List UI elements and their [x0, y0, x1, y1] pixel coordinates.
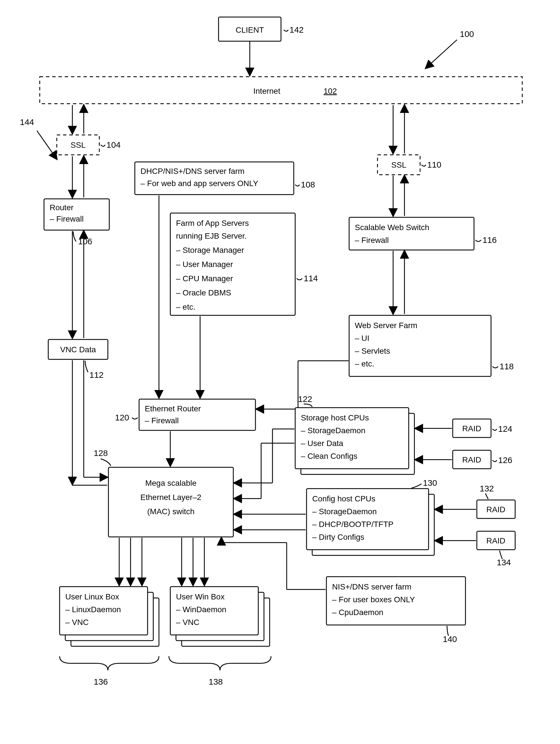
svg-text:– VNC: – VNC	[176, 618, 199, 627]
svg-text:VNC Data: VNC Data	[60, 345, 96, 354]
vnc-data-box: VNC Data	[48, 339, 108, 359]
ref-106: 106	[78, 237, 92, 246]
ref-138: 138	[209, 677, 223, 686]
svg-text:– Servlets: – Servlets	[355, 346, 390, 356]
svg-text:102: 102	[324, 87, 337, 96]
ref-112: 112	[89, 370, 104, 379]
svg-text:– StorageDaemon: – StorageDaemon	[312, 507, 377, 516]
user-linux-box: User Linux Box – LinuxDaemon – VNC	[59, 587, 159, 646]
svg-text:– CPU Manager: – CPU Manager	[176, 274, 233, 283]
svg-text:– User Manager: – User Manager	[176, 260, 233, 269]
ssl-left-box: SSL	[57, 135, 99, 155]
svg-text:NIS+/DNS server farm: NIS+/DNS server farm	[332, 582, 411, 591]
raid-134-box: RAID	[477, 531, 515, 550]
web-switch-box: Scalable Web Switch – Firewall	[349, 217, 474, 250]
ref-144: 144	[20, 117, 57, 159]
ref-134: 134	[497, 558, 511, 567]
ref-110: 110	[427, 160, 441, 169]
svg-rect-45	[349, 217, 474, 250]
svg-text:– etc.: – etc.	[176, 302, 195, 311]
svg-text:RAID: RAID	[463, 424, 481, 433]
dhcp-box: DHCP/NIS+/DNS server farm – For web and …	[135, 162, 294, 195]
client-box: CLIENT	[218, 17, 281, 41]
svg-text:– Oracle DBMS: – Oracle DBMS	[176, 288, 231, 297]
svg-rect-58	[139, 399, 255, 431]
ref-142: 142	[289, 25, 304, 34]
app-farm-box: Farm of App Servers running EJB Server. …	[170, 213, 295, 315]
svg-text:– Dirty Configs: – Dirty Configs	[312, 533, 364, 542]
ref-118: 118	[499, 362, 514, 371]
ref-116: 116	[482, 235, 497, 245]
svg-text:DHCP/NIS+/DNS server farm: DHCP/NIS+/DNS server farm	[141, 167, 244, 176]
svg-text:RAID: RAID	[486, 505, 506, 514]
ref-132: 132	[480, 484, 494, 493]
ref-130: 130	[423, 478, 437, 487]
svg-text:– Storage Manager: – Storage Manager	[176, 246, 244, 255]
ref-122: 122	[298, 394, 312, 404]
svg-text:– Firewall: – Firewall	[50, 215, 84, 223]
svg-text:User Win Box: User Win Box	[176, 592, 225, 601]
svg-text:Ethernet Layer–2: Ethernet Layer–2	[141, 493, 202, 502]
svg-text:Ethernet Router: Ethernet Router	[145, 404, 201, 413]
svg-text:Storage host CPUs: Storage host CPUs	[301, 413, 369, 422]
user-win-box: User Win Box – WinDaemon – VNC	[170, 587, 270, 646]
svg-text:– LinuxDaemon: – LinuxDaemon	[65, 605, 121, 614]
ethernet-router-box: Ethernet Router – Firewall	[139, 399, 255, 431]
nis-box: NIS+/DNS server farm – For user boxes ON…	[326, 577, 466, 625]
svg-text:Router: Router	[50, 203, 74, 212]
svg-text:RAID: RAID	[463, 455, 481, 464]
svg-text:Scalable Web Switch: Scalable Web Switch	[355, 223, 430, 232]
svg-line-1	[426, 40, 457, 68]
raid-126-box: RAID	[453, 450, 491, 469]
svg-text:– Firewall: – Firewall	[145, 416, 179, 425]
ref-136: 136	[94, 677, 108, 686]
svg-text:– etc.: – etc.	[355, 359, 374, 368]
svg-text:– For user boxes ONLY: – For user boxes ONLY	[332, 595, 415, 604]
config-host-box: Config host CPUs – StorageDaemon – DHCP/…	[307, 489, 434, 555]
svg-text:– StorageDaemon: – StorageDaemon	[301, 426, 365, 435]
svg-text:100: 100	[460, 29, 474, 39]
ref-126: 126	[498, 455, 512, 465]
ref-114: 114	[304, 273, 318, 283]
web-farm-box: Web Server Farm – UI – Servlets – etc.	[349, 315, 491, 376]
svg-text:– WinDaemon: – WinDaemon	[176, 605, 226, 614]
architecture-diagram: 100 CLIENT 142 Internet 102 144 SSL 104 …	[0, 0, 560, 744]
ref-128: 128	[94, 448, 108, 458]
svg-text:Farm of App Servers: Farm of App Servers	[176, 219, 249, 228]
svg-text:running EJB Server.: running EJB Server.	[176, 231, 247, 240]
ssl-right-box: SSL	[377, 155, 420, 175]
internet-box: Internet 102	[40, 77, 522, 104]
svg-text:(MAC) switch: (MAC) switch	[147, 507, 194, 516]
svg-text:– CpuDaemon: – CpuDaemon	[332, 608, 384, 617]
svg-text:Config host CPUs: Config host CPUs	[312, 494, 375, 503]
svg-text:SSL: SSL	[71, 141, 86, 149]
svg-text:Web Server Farm: Web Server Farm	[355, 321, 417, 330]
svg-text:144: 144	[20, 117, 34, 127]
svg-text:Internet: Internet	[253, 87, 280, 96]
raid-132-box: RAID	[477, 500, 515, 518]
svg-text:RAID: RAID	[486, 536, 506, 545]
ref-108: 108	[301, 180, 315, 189]
svg-line-8	[37, 131, 57, 159]
svg-text:CLIENT: CLIENT	[236, 26, 264, 34]
svg-text:– For web and app servers ONLY: – For web and app servers ONLY	[141, 179, 258, 188]
svg-text:– Clean Configs: – Clean Configs	[301, 452, 357, 460]
svg-rect-62	[109, 467, 233, 537]
svg-text:SSL: SSL	[391, 160, 406, 169]
svg-text:– Firewall: – Firewall	[355, 236, 389, 245]
ref-104: 104	[107, 140, 121, 149]
ref-100: 100	[426, 29, 474, 68]
mega-switch-box: Mega scalable Ethernet Layer–2 (MAC) swi…	[109, 467, 233, 537]
ref-124: 124	[498, 424, 512, 434]
svg-text:– User Data: – User Data	[301, 439, 344, 448]
raid-124-box: RAID	[453, 419, 491, 438]
svg-text:– UI: – UI	[355, 334, 369, 343]
ref-120: 120	[115, 413, 129, 422]
router-box: Router – Firewall	[44, 199, 109, 230]
storage-host-box: Storage host CPUs – StorageDaemon – User…	[295, 408, 414, 474]
svg-text:User Linux Box: User Linux Box	[65, 592, 119, 601]
svg-text:– DHCP/BOOTP/TFTP: – DHCP/BOOTP/TFTP	[312, 520, 393, 529]
svg-text:– VNC: – VNC	[65, 618, 88, 627]
svg-text:Mega scalable: Mega scalable	[145, 479, 197, 487]
ref-140: 140	[443, 634, 457, 644]
